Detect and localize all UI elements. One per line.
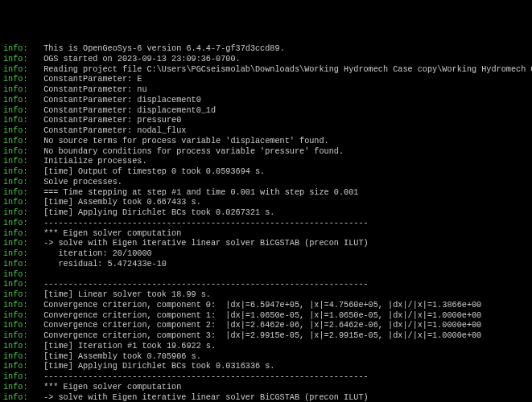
log-level: info: (3, 219, 39, 229)
log-line: info: *** Eigen solver computation (3, 383, 529, 393)
log-message: Initialize processes. (43, 157, 146, 166)
log-level: info: (3, 352, 39, 363)
log-message: Convergence criterion, component 0: |dx|… (43, 301, 481, 310)
log-line: info: Reading project file C:\Users\PGCs… (3, 65, 529, 76)
log-level: info: (3, 44, 39, 55)
log-line: info: ConstantParameter: nu (3, 85, 529, 96)
log-line: info: (3, 270, 529, 281)
log-message: [time] Assembly took 0.705906 s. (43, 352, 201, 361)
log-level: info: (3, 229, 39, 240)
log-line: info: -> solve with Eigen iterative line… (3, 393, 529, 403)
log-level: info: (3, 270, 39, 281)
log-line: info: ConstantParameter: displacement0_1… (3, 106, 529, 117)
log-level: info: (3, 178, 39, 188)
log-message: ConstantParameter: displacement0_1d (43, 106, 216, 115)
log-message: ----------------------------------------… (43, 372, 369, 381)
log-message: [time] Applying Dirichlet BCs took 0.026… (43, 208, 274, 217)
log-message: ConstantParameter: pressure0 (43, 116, 181, 125)
log-level: info: (3, 65, 39, 76)
log-level: info: (3, 301, 39, 311)
log-message: Solve processes. (43, 178, 122, 187)
log-line: info: Convergence criterion, component 3… (3, 331, 529, 342)
log-message: residual: 5.472433e-10 (43, 260, 167, 269)
log-level: info: (3, 208, 39, 219)
log-level: info: (3, 96, 39, 106)
log-level: info: (3, 362, 39, 372)
log-line: info: [time] Linear solver took 18.99 s. (3, 290, 529, 301)
log-line: info: Convergence criterion, component 1… (3, 311, 529, 322)
log-line: info: [time] Assembly took 0.705906 s. (3, 352, 529, 363)
log-level: info: (3, 106, 39, 117)
log-level: info: (3, 198, 39, 208)
log-message: Convergence criterion, component 3: |dx|… (43, 331, 481, 340)
log-message: ----------------------------------------… (43, 280, 369, 289)
log-line: info: residual: 5.472433e-10 (3, 260, 529, 270)
log-line: info: -> solve with Eigen iterative line… (3, 239, 529, 249)
log-message: ConstantParameter: displacement0 (43, 96, 201, 105)
log-level: info: (3, 393, 39, 403)
log-message: ConstantParameter: nodal_flux (43, 126, 186, 135)
log-line: info: OGS started on 2023-09-13 23:09:36… (3, 55, 529, 65)
log-message: OGS started on 2023-09-13 23:09:36-0700. (43, 55, 241, 64)
log-level: info: (3, 311, 39, 322)
log-line: info: [time] Output of timestep 0 took 0… (3, 167, 529, 178)
log-level: info: (3, 239, 39, 249)
log-line: info: [time] Assembly took 0.667433 s. (3, 198, 529, 208)
log-message: === Time stepping at step #1 and time 0.… (43, 188, 358, 197)
log-line: info: This is OpenGeoSys-6 version 6.4.4… (3, 44, 529, 55)
log-message: [time] Iteration #1 took 19.6922 s. (43, 342, 216, 351)
log-level: info: (3, 188, 39, 199)
log-line: info: ConstantParameter: pressure0 (3, 116, 529, 126)
log-level: info: (3, 372, 39, 383)
log-line: info: [time] Iteration #1 took 19.6922 s… (3, 342, 529, 352)
log-message: Convergence criterion, component 1: |dx|… (43, 311, 481, 320)
log-message: -> solve with Eigen iterative linear sol… (43, 239, 369, 248)
log-message: No source terms for process variable 'di… (43, 137, 329, 146)
log-line: info: iteration: 20/10000 (3, 249, 529, 260)
log-level: info: (3, 167, 39, 178)
log-line: info: Convergence criterion, component 0… (3, 301, 529, 311)
log-line: info: ConstantParameter: nodal_flux (3, 126, 529, 137)
log-line: info: ----------------------------------… (3, 372, 529, 383)
log-line: info: ----------------------------------… (3, 219, 529, 229)
log-line: info: No boundary conditions for process… (3, 147, 529, 158)
log-message: Reading project file C:\Users\PGCseismol… (43, 65, 532, 74)
log-output: info: This is OpenGeoSys-6 version 6.4.4… (3, 44, 529, 402)
log-level: info: (3, 249, 39, 260)
log-level: info: (3, 342, 39, 352)
log-message: [time] Output of timestep 0 took 0.05936… (43, 167, 265, 176)
log-level: info: (3, 137, 39, 147)
log-message: ----------------------------------------… (43, 219, 369, 228)
log-level: info: (3, 126, 39, 137)
log-line: info: Solve processes. (3, 178, 529, 188)
log-level: info: (3, 147, 39, 158)
log-message: *** Eigen solver computation (43, 229, 181, 238)
log-level: info: (3, 85, 39, 96)
log-level: info: (3, 260, 39, 270)
log-line: info: ConstantParameter: E (3, 75, 529, 85)
log-line: info: === Time stepping at step #1 and t… (3, 188, 529, 199)
log-level: info: (3, 290, 39, 301)
log-line: info: Initialize processes. (3, 157, 529, 167)
log-message: iteration: 20/10000 (43, 249, 152, 258)
log-message: ConstantParameter: E (43, 75, 142, 84)
log-line: info: [time] Applying Dirichlet BCs took… (3, 362, 529, 372)
log-level: info: (3, 280, 39, 290)
log-level: info: (3, 321, 39, 331)
log-line: info: ConstantParameter: displacement0 (3, 96, 529, 106)
log-message: [time] Assembly took 0.667433 s. (43, 198, 201, 207)
log-message: Convergence criterion, component 2: |dx|… (43, 321, 481, 330)
log-level: info: (3, 157, 39, 167)
log-message: No boundary conditions for process varia… (43, 147, 344, 156)
log-message: This is OpenGeoSys-6 version 6.4.4-7-gf3… (43, 44, 285, 53)
log-level: info: (3, 75, 39, 85)
log-line: info: No source terms for process variab… (3, 137, 529, 147)
log-level: info: (3, 331, 39, 342)
log-level: info: (3, 55, 39, 65)
log-message: [time] Linear solver took 18.99 s. (43, 290, 211, 299)
log-level: info: (3, 383, 39, 393)
log-message: [time] Applying Dirichlet BCs took 0.031… (43, 362, 274, 371)
log-line: info: Convergence criterion, component 2… (3, 321, 529, 331)
log-message: -> solve with Eigen iterative linear sol… (43, 393, 369, 402)
log-line: info: ----------------------------------… (3, 280, 529, 290)
